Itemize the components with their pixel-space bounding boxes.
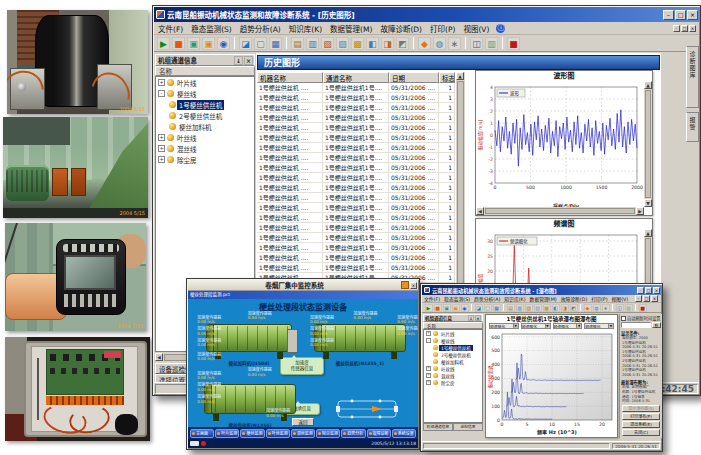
toolbar-icon[interactable]: ▤ [291,37,304,50]
tree-expander[interactable]: - [426,338,431,343]
close-icon[interactable]: × [475,315,481,321]
tree-item[interactable]: +混丝线 [156,143,254,154]
toolbar-icon[interactable]: ▨ [534,304,542,312]
toolbar-icon[interactable]: ■ [434,304,442,312]
table-column-header[interactable]: 标志 [439,72,455,83]
tree-expander[interactable]: + [158,134,165,141]
refresh-interval-input[interactable] [621,322,651,328]
tree-item[interactable]: +叶片线 [424,330,482,337]
tree-item[interactable]: 2号梗丝供丝机 [156,110,254,121]
maximize-button[interactable]: □ [681,25,688,32]
toolbar-icon[interactable]: ◉ [217,37,230,50]
menu-item[interactable]: 故障诊断(D) [559,295,590,302]
auto-refresh-checkbox[interactable] [621,316,626,321]
toolbar-icon[interactable]: ▦ [493,304,501,312]
toolbar-icon[interactable]: ◪ [475,304,483,312]
tree-expander[interactable]: + [158,156,165,163]
spectrum-selector-dropdown[interactable]: 频谱细化▼ [489,323,519,329]
chart-vscrollbar[interactable]: ▲▼ [644,81,652,207]
toolbar-icon[interactable]: ◧ [552,304,560,312]
toolbar-icon[interactable]: ■ [172,37,185,50]
toolbar-icon[interactable]: ▧ [321,37,334,50]
toolbar-icon[interactable]: ▤ [507,304,515,312]
toolbar-icon[interactable]: ▶ [425,304,433,312]
toolbar-icon[interactable]: ▥ [516,304,524,312]
toolbar-icon[interactable]: ▢ [484,304,492,312]
toolbar-icon[interactable]: ◩ [396,37,409,50]
title-bar[interactable]: 云南昆船振动机械状态监测和故障诊断系统 - [历史图形] –□× [154,7,699,22]
menu-item[interactable]: 故障诊断(D) [376,23,426,34]
menu-item[interactable]: 文件(F) [422,295,442,302]
cascade-bottom-tab[interactable]: 巡检信息 [453,423,483,431]
toolbar-icon[interactable]: ▣ [187,37,200,50]
table-row[interactable]: 1号梗丝供丝机 ....1号梗丝供丝机1号....05/31/2006 ....… [257,163,455,173]
pin-icon[interactable]: ↓ [468,315,474,321]
tree-item[interactable]: 梗丝加料机 [424,358,482,365]
table-row[interactable]: 1号梗丝供丝机 ....1号梗丝供丝机1号....05/31/2006 ....… [257,143,455,153]
table-row[interactable]: 1号梗丝供丝机 ....1号梗丝供丝机1号....05/31/2006 ....… [257,213,455,223]
scada-taskbar-button[interactable]: 趋势分析 [341,429,365,438]
table-row[interactable]: 1号梗丝供丝机 ....1号梗丝供丝机1号....05/31/2006 ....… [257,253,455,263]
menu-item[interactable]: 打印(P) [589,295,609,302]
table-row[interactable]: 1号梗丝供丝机 ....1号梗丝供丝机1号....05/31/2006 ....… [257,203,455,213]
pin-icon[interactable]: ↓ [234,56,243,65]
table-row[interactable]: 1号梗丝供丝机 ....1号梗丝供丝机1号....05/31/2006 ....… [257,263,455,273]
toolbar-icon[interactable]: ▣ [452,304,460,312]
table-row[interactable]: 1号梗丝供丝机 ....1号梗丝供丝机1号....05/31/2006 ....… [257,83,455,93]
table-row[interactable]: 1号梗丝供丝机 ....1号梗丝供丝机1号....05/31/2006 ....… [257,113,455,123]
scada-taskbar-button[interactable]: 系统设置 [392,429,416,438]
table-row[interactable]: 1号梗丝供丝机 ....1号梗丝供丝机1号....05/31/2006 ....… [257,193,455,203]
table-row[interactable]: 1号梗丝供丝机 ....1号梗丝供丝机1号....05/31/2006 ....… [257,223,455,233]
toolbar-icon[interactable]: ▩ [351,37,364,50]
toolbar-icon[interactable]: ◉ [461,304,469,312]
toolbar-icon[interactable]: ◆ [418,37,431,50]
scada-taskbar-button[interactable]: 叶片监测 [215,429,239,438]
table-row[interactable]: 1号梗丝供丝机 ....1号梗丝供丝机1号....05/31/2006 ....… [257,153,455,163]
toolbar-icon[interactable]: ▧ [525,304,533,312]
toolbar-icon[interactable]: ▦ [269,37,282,50]
toolbar-icon[interactable]: ◨ [561,304,569,312]
tree-expander[interactable]: + [426,366,431,371]
toolbar-icon[interactable]: ■ [639,304,647,312]
tree-item[interactable]: 1号梗丝供丝机 [424,344,482,351]
menu-item[interactable]: 趋势分析(A) [236,23,285,34]
menu-item[interactable]: 视图(V) [459,23,493,34]
menu-item[interactable]: 数据管理(M) [528,295,559,302]
toolbar-icon[interactable]: ■ [507,37,520,50]
tree-item[interactable]: +叶片线 [156,77,254,88]
cascade-bottom-tab[interactable]: 机组通道信息 [423,423,453,431]
cascade-button[interactable]: 退出系统(E) [622,421,660,428]
scada-taskbar-button[interactable]: 混丝监测 [291,429,315,438]
cascade-title-bar[interactable]: 云南昆船振动机械状态监测和故障诊断系统 - [瀑布图] –□× [422,285,661,295]
tree-expander[interactable]: + [158,145,165,152]
table-row[interactable]: 1号梗丝供丝机 ....1号梗丝供丝机1号....05/31/2006 ....… [257,93,455,103]
toolbar-icon[interactable]: ◪ [239,37,252,50]
tree-item[interactable]: -梗丝线 [156,88,254,99]
tree-expander[interactable]: + [158,79,165,86]
close-icon[interactable]: × [244,56,253,65]
tree-expander[interactable]: - [158,90,165,97]
table-row[interactable]: 1号梗丝供丝机 ....1号梗丝供丝机1号....05/31/2006 ....… [257,133,455,143]
toolbar-icon[interactable]: ◫ [616,304,624,312]
spectrum-selector-dropdown[interactable]: 频谱细化▼ [553,323,583,329]
cascade-button[interactable]: 打印瀑布(P) [622,413,660,420]
minimize-button[interactable]: – [637,287,644,294]
toolbar-icon[interactable]: ▩ [543,304,551,312]
toolbar-icon[interactable]: ▥ [485,37,498,50]
close-button[interactable]: × [651,295,658,302]
table-row[interactable]: 1号梗丝供丝机 ....1号梗丝供丝机1号....05/31/2006 ....… [257,103,455,113]
tree-item[interactable]: 1号梗丝供丝机 [156,99,254,110]
tree-item[interactable]: 梗丝加料机 [156,121,254,132]
tree-item[interactable]: +除尘房 [424,379,482,386]
maximize-button[interactable]: □ [645,287,652,294]
spectrum-selector-dropdown[interactable]: 频谱细化▼ [584,323,614,329]
close-button[interactable]: × [687,10,698,20]
minimize-button[interactable]: – [673,25,680,32]
minimize-button[interactable]: – [635,295,642,302]
cascade-button[interactable]: 显示瀑布图(S) [622,405,660,412]
tree-expander[interactable]: + [426,373,431,378]
tree-item[interactable]: 2号梗丝供丝机 [424,351,482,358]
menu-item[interactable]: 打印(P) [426,23,459,34]
tree-item[interactable]: +叶丝线 [156,132,254,143]
table-row[interactable]: 1号梗丝供丝机 ....1号梗丝供丝机1号....05/31/2006 ....… [257,183,455,193]
